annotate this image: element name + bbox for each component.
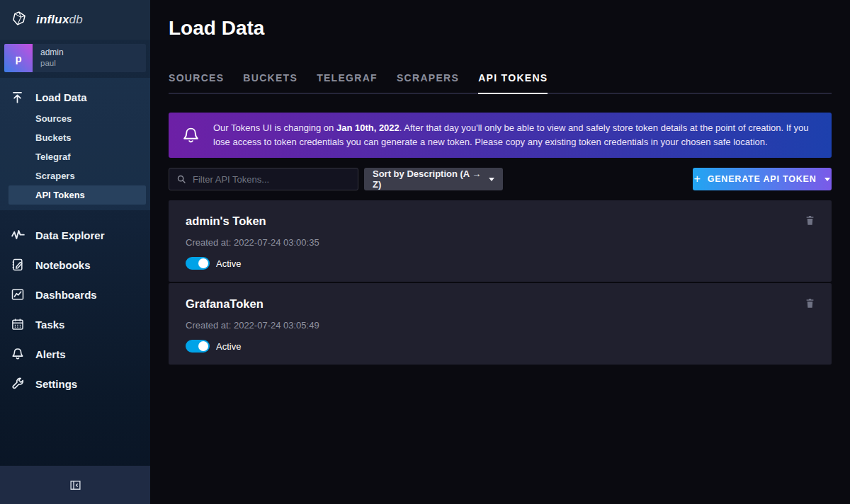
filter-field — [169, 168, 358, 190]
status-label: Active — [216, 341, 241, 352]
avatar: p — [4, 44, 33, 72]
collapse-sidebar-icon — [69, 479, 81, 491]
dashboard-chart-icon — [11, 287, 26, 302]
status-label: Active — [216, 258, 241, 269]
sidebar-item-scrapers[interactable]: Scrapers — [8, 166, 146, 185]
token-card: admin's Token Created at: 2022-07-24 03:… — [169, 200, 832, 282]
active-toggle[interactable] — [186, 257, 210, 270]
banner-date: Jan 10th, 2022 — [336, 122, 400, 133]
upload-icon — [11, 91, 25, 104]
load-data-section: Load Data Sources Buckets Telegraf Scrap… — [0, 78, 150, 210]
sidebar-spacer — [0, 399, 150, 466]
sidebar-item-buckets[interactable]: Buckets — [8, 128, 146, 147]
delete-token-button[interactable] — [805, 215, 815, 226]
tokens-notice-banner: Our Tokens UI is changing on Jan 10th, 2… — [169, 113, 832, 158]
token-name[interactable]: GrafanaToken — [186, 297, 264, 311]
tab-sources[interactable]: SOURCES — [169, 72, 224, 93]
token-status-row: Active — [186, 257, 815, 270]
bell-icon — [11, 347, 26, 361]
token-name[interactable]: admin's Token — [186, 214, 266, 228]
filter-tokens-input[interactable] — [193, 174, 351, 185]
nav-label: Dashboards — [35, 289, 97, 301]
tab-bar: SOURCES BUCKETS TELEGRAF SCRAPERS API TO… — [169, 72, 832, 94]
sidebar-item-load-data[interactable]: Load Data — [0, 85, 150, 109]
user-info: admin paul — [33, 47, 64, 68]
token-created-at: Created at: 2022-07-24 03:00:35 — [186, 237, 815, 248]
token-created-at: Created at: 2022-07-24 03:05:49 — [186, 320, 815, 331]
token-status-row: Active — [186, 340, 815, 353]
notebook-pencil-icon — [11, 258, 26, 272]
sort-dropdown[interactable]: Sort by Description (A → Z) — [364, 168, 503, 190]
nav-label: Settings — [35, 378, 77, 390]
user-role: admin — [40, 47, 64, 58]
chevron-down-icon — [489, 178, 494, 181]
user-card[interactable]: p admin paul — [4, 44, 146, 72]
brand-name: influxdb — [36, 13, 83, 27]
user-name: paul — [40, 58, 64, 68]
chevron-down-icon — [824, 178, 830, 181]
sidebar-nav: Data Explorer Notebooks Dashboards — [0, 220, 150, 399]
load-data-label: Load Data — [35, 91, 87, 103]
influxdb-logo-icon — [11, 11, 27, 29]
sidebar-item-sources[interactable]: Sources — [8, 109, 146, 128]
active-toggle[interactable] — [186, 340, 210, 353]
graph-pulse-icon — [11, 228, 26, 243]
plus-icon: + — [694, 173, 701, 185]
tab-api-tokens[interactable]: API TOKENS — [478, 72, 548, 94]
generate-label: GENERATE API TOKEN — [708, 174, 817, 184]
generate-api-token-button[interactable]: + GENERATE API TOKEN — [693, 168, 832, 190]
delete-token-button[interactable] — [805, 298, 815, 309]
page-title: Load Data — [169, 17, 832, 40]
sidebar-item-notebooks[interactable]: Notebooks — [0, 250, 150, 280]
tab-telegraf[interactable]: TELEGRAF — [317, 72, 378, 93]
sidebar-item-telegraf[interactable]: Telegraf — [8, 147, 146, 166]
sidebar-item-api-tokens[interactable]: API Tokens — [8, 185, 146, 205]
search-icon — [176, 174, 186, 184]
sidebar-item-dashboards[interactable]: Dashboards — [0, 280, 150, 309]
sidebar-item-alerts[interactable]: Alerts — [0, 339, 150, 369]
brand-header[interactable]: influxdb — [0, 0, 150, 40]
token-controls: Sort by Description (A → Z) + GENERATE A… — [169, 168, 832, 190]
token-list: admin's Token Created at: 2022-07-24 03:… — [169, 200, 832, 365]
sort-label: Sort by Description (A → Z) — [373, 168, 489, 190]
wrench-icon — [11, 377, 26, 391]
trash-icon — [805, 215, 815, 226]
sidebar-item-tasks[interactable]: Tasks — [0, 309, 150, 339]
collapse-sidebar-button[interactable] — [0, 466, 150, 504]
main-content: Load Data SOURCES BUCKETS TELEGRAF SCRAP… — [150, 0, 850, 504]
token-card: GrafanaToken Created at: 2022-07-24 03:0… — [169, 283, 832, 365]
bell-icon — [181, 126, 200, 145]
sidebar-item-data-explorer[interactable]: Data Explorer — [0, 220, 150, 250]
sidebar: influxdb p admin paul Load Data Sources … — [0, 0, 150, 504]
nav-label: Tasks — [35, 319, 64, 331]
nav-label: Notebooks — [35, 259, 91, 271]
trash-icon — [805, 298, 815, 309]
nav-label: Alerts — [35, 348, 66, 360]
banner-text: Our Tokens UI is changing on Jan 10th, 2… — [213, 121, 819, 149]
tab-buckets[interactable]: BUCKETS — [243, 72, 298, 93]
nav-label: Data Explorer — [35, 229, 105, 241]
tab-scrapers[interactable]: SCRAPERS — [397, 72, 459, 93]
calendar-icon — [11, 317, 26, 331]
sidebar-item-settings[interactable]: Settings — [0, 369, 150, 399]
